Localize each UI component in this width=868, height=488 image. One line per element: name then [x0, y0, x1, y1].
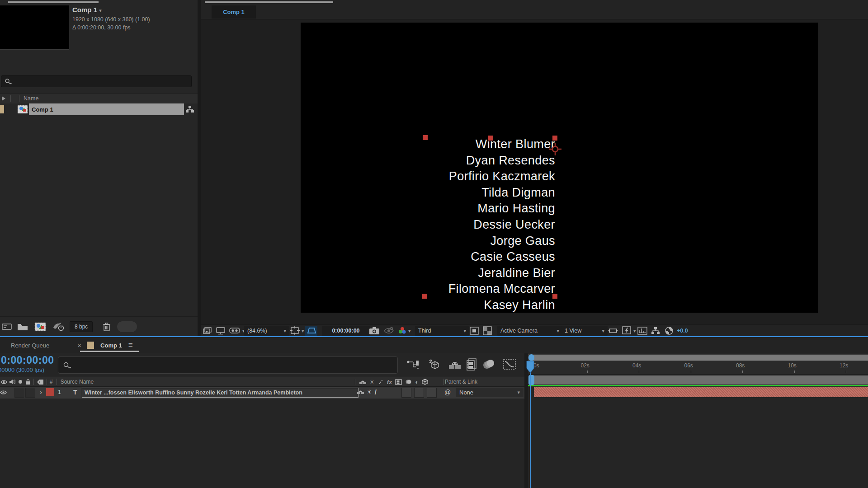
playhead-line[interactable] — [530, 364, 531, 488]
navigator-bar[interactable] — [530, 355, 868, 361]
motion-blur-column-icon[interactable] — [405, 379, 412, 385]
quality-icon[interactable] — [378, 379, 384, 385]
eye-icon[interactable] — [0, 390, 7, 395]
pick-whip-icon[interactable]: @ — [444, 389, 451, 396]
label-color-swatch[interactable] — [0, 105, 4, 113]
graph-editor-icon[interactable] — [503, 358, 516, 371]
region-of-interest-icon[interactable] — [469, 325, 479, 337]
lock-icon[interactable] — [25, 379, 31, 385]
trash-icon[interactable] — [103, 322, 111, 332]
3d-view-dropdown[interactable]: Active Camera ▾ — [497, 326, 562, 336]
selection-handle-bottom-left[interactable] — [422, 294, 427, 299]
current-timecode[interactable]: 0:00:00:00 — [1, 354, 54, 366]
exposure-value[interactable]: +0.0 — [677, 325, 688, 337]
project-item-selected[interactable]: Comp 1 — [29, 103, 184, 115]
playhead-handle[interactable] — [526, 361, 535, 373]
timeline-split-divider[interactable] — [524, 353, 528, 488]
panel-drag-bar[interactable] — [205, 1, 333, 3]
panel-drag-bar[interactable] — [8, 1, 99, 3]
work-area-bar[interactable] — [528, 375, 868, 385]
chevron-down-icon[interactable]: ▾ — [99, 8, 102, 13]
selection-handle-top-left[interactable] — [423, 135, 428, 140]
project-item-title[interactable]: Comp 1 ▾ — [72, 6, 102, 14]
navigator-start-handle[interactable] — [528, 354, 534, 361]
tab-render-queue[interactable]: Render Queue — [11, 342, 49, 349]
quality-toggle[interactable]: / — [375, 388, 377, 396]
close-icon[interactable]: × — [77, 342, 81, 349]
show-snapshot-icon[interactable] — [383, 325, 394, 337]
preview-monitor-icon[interactable] — [216, 325, 226, 337]
audio-icon[interactable] — [9, 379, 15, 385]
selection-handle-top-right[interactable] — [552, 136, 557, 141]
mask-visibility-toggle[interactable] — [305, 325, 317, 337]
label-column-icon[interactable] — [37, 379, 44, 385]
solo-lock-cell[interactable] — [25, 388, 35, 398]
name-column-label[interactable]: Name — [24, 95, 38, 102]
frame-blending-icon[interactable] — [466, 358, 478, 371]
panel-divider[interactable] — [198, 0, 201, 336]
time-ruler[interactable]: :00s 02s 04s 06s 08s 10s 12s — [528, 361, 868, 375]
sun-icon[interactable]: ☀ — [369, 379, 375, 385]
view-layout-dropdown[interactable]: 1 View ▾ — [561, 326, 608, 336]
new-folder-icon[interactable] — [17, 323, 28, 331]
frame-blend-icon[interactable] — [395, 379, 402, 385]
snapshot-camera-icon[interactable] — [369, 325, 380, 337]
audio-toggle-cell[interactable] — [14, 388, 24, 398]
draft-3d-icon[interactable] — [427, 358, 441, 371]
tab-comp-viewer[interactable]: Comp 1 — [212, 5, 256, 19]
layer-row[interactable]: › 1 T Winter ...fossen Ellsworth Ruffino… — [0, 387, 524, 399]
composition-canvas[interactable] — [301, 23, 818, 313]
cube-3d-icon[interactable] — [422, 379, 428, 385]
color-depth-button[interactable]: 8 bpc — [70, 321, 93, 332]
project-settings-icon[interactable] — [52, 322, 64, 331]
expander-icon[interactable]: › — [40, 388, 42, 396]
shy-layers-icon[interactable] — [448, 360, 462, 370]
mini-flowchart-icon[interactable] — [406, 359, 420, 371]
preview-timecode[interactable]: 0:00:00:00 — [322, 326, 370, 336]
index-column-label[interactable]: # — [50, 379, 53, 385]
switch-cell[interactable] — [401, 388, 411, 398]
interpret-footage-icon[interactable] — [2, 323, 12, 330]
tab-comp-timeline[interactable]: Comp 1 — [100, 342, 122, 349]
time-navigator[interactable] — [528, 354, 868, 361]
show-channel-icon[interactable]: ▾ — [398, 325, 411, 337]
flowchart-icon[interactable] — [185, 105, 194, 113]
anchor-point-icon[interactable] — [548, 142, 562, 156]
solo-icon[interactable] — [18, 380, 23, 384]
project-search-input[interactable] — [1, 75, 192, 87]
pixel-aspect-correction-icon[interactable] — [608, 325, 618, 337]
menu-icon[interactable]: ≡ — [128, 341, 133, 350]
timeline-button-icon[interactable] — [637, 325, 647, 337]
reset-exposure-icon[interactable] — [665, 325, 674, 337]
vr-goggles-icon[interactable]: ▾ — [229, 325, 245, 337]
switch-cell[interactable] — [414, 388, 424, 398]
credits-text-layer[interactable]: Winter BlumerDyan ResendesPorfirio Kaczm… — [448, 136, 555, 314]
fx-icon[interactable]: fx — [387, 379, 392, 385]
parent-link-column-label[interactable]: Parent & Link — [445, 379, 477, 385]
adjustment-layer-icon[interactable]: ◐ — [415, 379, 419, 385]
layer-label-swatch[interactable] — [46, 388, 54, 396]
grid-guides-icon[interactable]: ▾ — [289, 325, 304, 337]
source-name-column-label[interactable]: Source Name — [61, 379, 94, 385]
project-item-row[interactable]: Comp 1 — [0, 103, 198, 115]
triangle-icon[interactable] — [1, 96, 6, 101]
layer-duration-bar[interactable] — [534, 387, 868, 397]
comp-flowchart-icon[interactable] — [651, 325, 660, 337]
shy-toggle[interactable] — [357, 389, 364, 394]
selection-handle-top-center[interactable] — [488, 136, 493, 141]
layer-name-field[interactable]: Winter ...fossen Ellsworth Ruffino Sunny… — [82, 388, 359, 398]
selection-handle-bottom-right[interactable] — [552, 294, 557, 299]
always-preview-icon[interactable] — [203, 325, 212, 337]
switch-cell[interactable] — [427, 388, 437, 398]
work-area-fill[interactable] — [530, 375, 868, 385]
transparency-grid-icon[interactable] — [483, 325, 492, 337]
timeline-search-input[interactable] — [58, 357, 398, 374]
new-composition-icon[interactable] — [34, 322, 46, 331]
motion-blur-icon[interactable] — [482, 359, 495, 371]
work-area-start-handle[interactable] — [528, 375, 534, 385]
fast-previews-icon[interactable]: ▾ — [622, 325, 636, 337]
shy-icon[interactable] — [359, 380, 366, 385]
magnification-dropdown[interactable]: (84.6%) ▾ — [244, 326, 289, 336]
rasterize-toggle[interactable]: ☀ — [367, 389, 372, 395]
comp-thumbnail[interactable] — [0, 5, 69, 50]
